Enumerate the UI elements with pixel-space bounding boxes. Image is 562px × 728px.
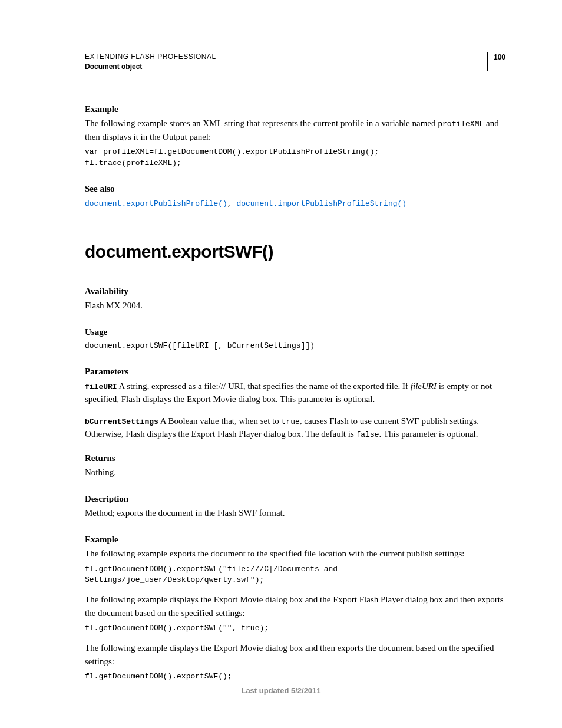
page-footer: Last updated 5/2/2011 [0,685,562,697]
code-block: fl.getDocumentDOM().exportSWF("", true); [85,623,505,634]
inline-code: true [282,417,300,426]
description-text: Method; exports the document in the Flas… [85,506,505,520]
parameters-section: Parameters fileURI A string, expressed a… [85,365,505,441]
example-section-2: Example The following example exports th… [85,533,505,683]
param-name: bCurrentSettings [85,417,158,426]
usage-section: Usage document.exportSWF([fileURI [, bCu… [85,325,505,352]
description-heading: Description [85,492,505,506]
param-italic: fileURI [411,381,437,391]
availability-text: Flash MX 2004. [85,299,505,312]
link-import-publish-profile-string[interactable]: document.importPublishProfileString() [236,199,406,208]
code-block: var profileXML=fl.getDocumentDOM().expor… [85,147,505,169]
page-number: 100 [494,52,505,62]
parameter-bcurrentsettings: bCurrentSettings A Boolean value that, w… [85,414,505,441]
example-text: The following example stores an XML stri… [85,117,505,143]
returns-heading: Returns [85,452,505,465]
parameters-heading: Parameters [85,365,505,378]
availability-heading: Availability [85,285,505,298]
inline-code: profileXML [438,120,484,129]
returns-text: Nothing. [85,466,505,479]
usage-code: document.exportSWF([fileURI [, bCurrentS… [85,341,505,352]
header-left: EXTENDING FLASH PROFESSIONAL Document ob… [85,52,216,72]
page-header: EXTENDING FLASH PROFESSIONAL Document ob… [85,52,505,72]
example-section-1: Example The following example stores an … [85,103,505,169]
header-title: EXTENDING FLASH PROFESSIONAL [85,52,216,62]
method-title: document.exportSWF() [85,238,505,265]
param-name: fileURI [85,383,117,391]
usage-heading: Usage [85,325,505,339]
example-text: The following example exports the docume… [85,547,505,561]
link-export-publish-profile[interactable]: document.exportPublishProfile() [85,199,227,208]
availability-section: Availability Flash MX 2004. [85,285,505,312]
see-also-links: document.exportPublishProfile(), documen… [85,196,505,210]
example-heading: Example [85,103,505,116]
code-block: fl.getDocumentDOM().exportSWF(); [85,671,505,683]
example-heading: Example [85,533,505,546]
see-also-section: See also document.exportPublishProfile()… [85,182,505,210]
returns-section: Returns Nothing. [85,452,505,479]
page-number-container: 100 [487,52,505,71]
example-text: The following example displays the Expor… [85,593,505,620]
code-block: fl.getDocumentDOM().exportSWF("file:///C… [85,564,505,587]
parameter-fileuri: fileURI A string, expressed as a file://… [85,380,505,406]
description-section: Description Method; exports the document… [85,492,505,520]
example-text: The following example displays the Expor… [85,641,505,668]
inline-code: false [356,430,379,439]
see-also-heading: See also [85,182,505,196]
header-subtitle: Document object [85,62,216,72]
